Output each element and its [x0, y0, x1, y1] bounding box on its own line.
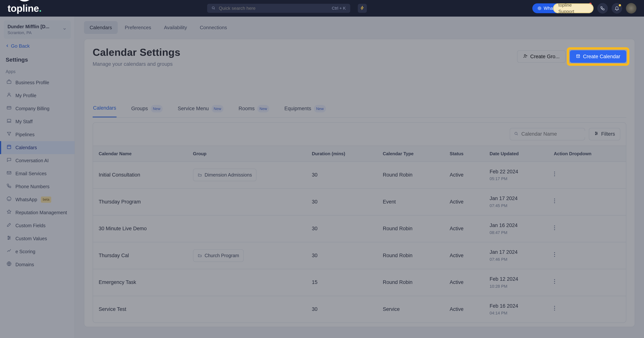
quick-action-button[interactable] [358, 4, 367, 13]
avatar[interactable] [626, 3, 636, 14]
main-tabs: CalendarsPreferencesAvailabilityConnecti… [75, 17, 644, 17]
notifications-button[interactable] [612, 3, 622, 14]
main: CalendarsPreferencesAvailabilityConnecti… [75, 17, 644, 17]
sidebar: Dunder Mifflin [D... Scranton, PA Go Bac… [0, 17, 75, 17]
bolt-icon [360, 5, 364, 12]
support-chip[interactable]: topline Support [553, 4, 594, 13]
gold-dot-icon [619, 4, 621, 7]
search-input[interactable] [218, 6, 329, 11]
top-right: What dates topline Support [532, 3, 636, 14]
search-kbd: Ctrl + K [332, 6, 346, 11]
top-bar: topline. Ctrl + K What dates topline Sup… [0, 0, 644, 17]
search-icon [212, 5, 216, 12]
phone-button[interactable] [597, 3, 608, 14]
sparkle-icon [538, 7, 541, 10]
logo: topline. [8, 2, 42, 15]
global-search[interactable]: Ctrl + K [207, 4, 350, 13]
